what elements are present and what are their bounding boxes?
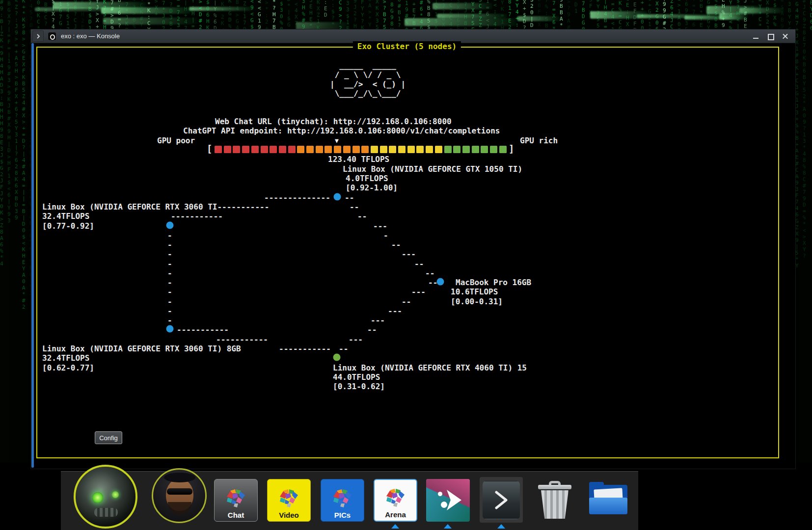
matrix-streak <box>405 18 516 26</box>
gauge-block <box>352 146 360 153</box>
gauge-block <box>389 146 396 153</box>
node-tflops: 32.4TFLOPS <box>42 212 89 221</box>
topology-line: ----------- <box>216 335 268 344</box>
node-range: [0.00-0.31] <box>451 297 503 306</box>
matrix-glyph-column: 2 Y D 1 <box>574 0 578 14</box>
matrix-streak <box>433 3 492 9</box>
gauge-block <box>407 146 415 153</box>
terminal-chevron-icon <box>490 488 512 512</box>
matrix-glyph-column: ? : E D <box>324 0 327 18</box>
topology-line: - <box>167 240 172 249</box>
topology-line: - <box>167 316 172 325</box>
node-label: Linux Box (NVIDIA GEFORCE GTX 1050 TI) <box>343 164 522 174</box>
matrix-glyph-column: D < Z ? : J 9 > = + A 5 H > B F X + 6 ? … <box>15 0 18 221</box>
gauge-block <box>380 146 387 153</box>
dock-item-media-app[interactable] <box>426 479 470 522</box>
matrix-glyph-column: * # J C 9 Z 8 E 7 0 K B 6 B Y 5 2 * A 0 … <box>803 0 806 259</box>
matrix-streak <box>719 13 748 20</box>
robot-jaw-icon <box>94 508 118 517</box>
gauge-block <box>343 146 351 153</box>
topology-line: -- <box>402 297 411 306</box>
tab-expand-button[interactable] <box>32 30 44 42</box>
topology-line: -- <box>339 344 348 353</box>
api-endpoint: ChatGPT API endpoint: http://192.168.0.1… <box>183 126 500 135</box>
robot-eye-icon <box>112 491 119 498</box>
config-button[interactable]: Config <box>95 431 122 444</box>
gauge-block <box>371 146 378 153</box>
dock-item-label: Video <box>279 511 299 519</box>
terminal-icon <box>483 481 520 519</box>
node-tflops: 10.6TFLOPS <box>451 287 498 296</box>
gauge-block <box>224 146 231 153</box>
gauge-block <box>242 146 249 153</box>
node-dot <box>437 278 444 286</box>
cluster-title: Exo Cluster (5 nodes) <box>353 41 461 52</box>
trash-icon[interactable] <box>537 481 572 520</box>
topology-line: --- <box>373 221 387 231</box>
matrix-streak <box>637 14 720 18</box>
topology-line: - <box>167 278 172 287</box>
topology-line: - <box>383 231 388 240</box>
gauge-block <box>316 146 323 153</box>
robot-avatar[interactable] <box>74 465 137 529</box>
gauge-block <box>325 146 332 153</box>
gauge-block <box>490 146 497 153</box>
matrix-glyph-column: % K + * K 5 8 > > G E X F K B 5 Z 4 # X … <box>22 0 26 310</box>
brain-icon <box>226 488 246 510</box>
gauge-block <box>444 146 452 153</box>
gauge-block <box>361 146 369 153</box>
trash-body <box>541 490 568 519</box>
topology-line: - <box>167 297 172 306</box>
folder-icon[interactable] <box>588 482 628 518</box>
sunglasses-icon <box>167 488 192 495</box>
topology-line: - <box>167 287 172 296</box>
exo-ascii-logo: _____ _____ / _ \ \/ / _ \ | __/> < (_) … <box>330 61 406 98</box>
folder-front <box>589 498 627 514</box>
topology-line: - <box>167 268 172 278</box>
running-indicator <box>444 524 452 529</box>
topology-line: -- <box>425 268 434 278</box>
gauge-block <box>251 146 259 153</box>
gauge-block <box>334 146 341 153</box>
gauge-block <box>499 146 507 153</box>
total-tflops: 123.40 TFLOPS <box>328 155 389 164</box>
gauge-block <box>481 146 488 153</box>
gauge-block <box>426 146 433 153</box>
gauge-block <box>279 146 286 153</box>
node-range: [0.77-0.92] <box>42 221 94 231</box>
man-avatar[interactable] <box>152 468 207 523</box>
topology-line: - <box>167 231 172 240</box>
topology-line: ----------- <box>177 325 229 334</box>
konsole-app-icon <box>48 32 56 41</box>
node-label: Linux Box (NVIDIA GEFORCE RTX 3060 TI) 8… <box>42 344 241 353</box>
node-dot <box>166 222 174 229</box>
topology-line: --- <box>402 249 416 259</box>
node-dot <box>166 325 174 333</box>
gpu-poor-label: GPU poor <box>157 136 195 145</box>
terminal-scrollbar[interactable] <box>31 43 34 468</box>
minimize-button[interactable] <box>752 32 760 40</box>
close-button[interactable] <box>782 32 789 40</box>
node-tflops: 32.4TFLOPS <box>42 353 89 363</box>
dock-item-video[interactable]: Video <box>267 479 311 522</box>
avatar-beard <box>168 502 191 515</box>
node-tflops: 4.0TFLOPS <box>346 174 388 183</box>
node-label: Linux Box (NVIDIA GEFORCE RTX 3060 TI---… <box>42 202 269 212</box>
dock-item-konsole[interactable] <box>480 477 523 523</box>
node-dot <box>334 193 341 201</box>
dock-item-arena[interactable]: Arena <box>374 479 417 522</box>
node-range: [0.62-0.77] <box>42 363 94 372</box>
matrix-streak <box>296 22 349 30</box>
maximize-button[interactable] <box>767 32 775 40</box>
dock-item-label: PICs <box>334 511 351 519</box>
topology-line: -- <box>357 212 367 221</box>
app-icon-shape <box>426 479 470 522</box>
trash-lid <box>538 485 571 489</box>
gauge-block <box>472 146 479 153</box>
running-indicator <box>391 524 399 529</box>
dock-item-chat[interactable]: Chat <box>214 479 258 522</box>
node-range: [0.31-0.62] <box>333 382 385 391</box>
gauge-block <box>435 146 442 153</box>
dock-item-pics[interactable]: PICs <box>321 479 364 522</box>
topology-line: -- <box>367 325 377 334</box>
